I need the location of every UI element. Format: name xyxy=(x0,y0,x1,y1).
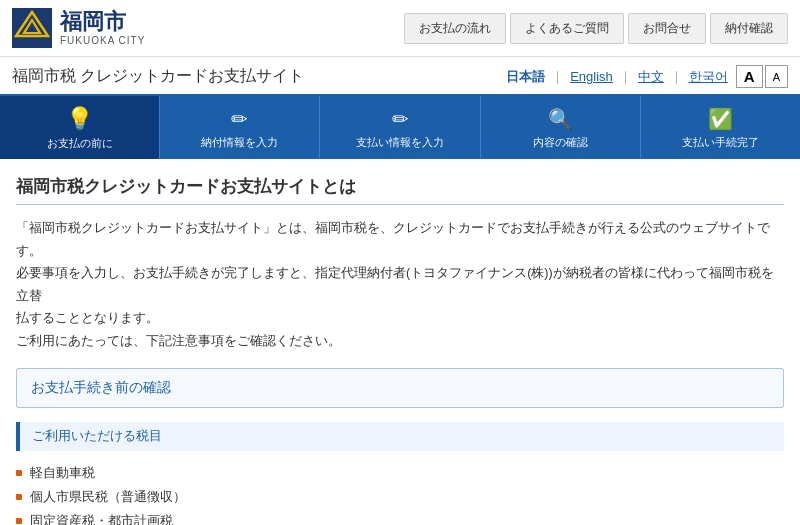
step-5-label: 支払い手続完了 xyxy=(682,135,759,150)
city-name-en: FUKUOKA CITY xyxy=(60,35,145,46)
header-nav: お支払の流れ よくあるご質問 お問合せ 納付確認 xyxy=(404,13,788,44)
desc-line-1: 「福岡市税クレジットカードお支払サイト」とは、福岡市税を、クレジットカードでお支… xyxy=(16,221,770,258)
logo: 福岡市 FUKUOKA CITY xyxy=(12,8,145,48)
step-1-icon: 💡 xyxy=(66,106,93,132)
main-content: 福岡市税クレジットカードお支払サイトとは 「福岡市税クレジットカードお支払サイト… xyxy=(0,159,800,525)
font-size-controls: A A xyxy=(736,65,788,88)
desc-line-3: 払することとなります。 xyxy=(16,311,159,325)
step-navigation: 💡 お支払の前に ✏ 納付情報を入力 ✏ 支払い情報を入力 🔍 内容の確認 ✅ … xyxy=(0,96,800,159)
lang-chinese[interactable]: 中文 xyxy=(638,68,664,86)
font-large-button[interactable]: A xyxy=(736,65,763,88)
logo-text-block: 福岡市 FUKUOKA CITY xyxy=(60,10,145,45)
site-title: 福岡市税 クレジットカードお支払サイト xyxy=(12,66,304,87)
step-1-before-payment[interactable]: 💡 お支払の前に xyxy=(0,96,160,159)
nav-faq[interactable]: よくあるご質問 xyxy=(510,13,624,44)
desc-line-4: ご利用にあたっては、下記注意事項をご確認ください。 xyxy=(16,334,341,348)
tax-item-resident: 個人市県民税（普通徴収） xyxy=(16,485,784,509)
step-4-icon: 🔍 xyxy=(548,107,573,131)
step-4-label: 内容の確認 xyxy=(533,135,588,150)
step-2-enter-payment-info[interactable]: ✏ 納付情報を入力 xyxy=(160,96,320,159)
font-small-button[interactable]: A xyxy=(765,65,788,88)
lang-korean[interactable]: 한국어 xyxy=(689,68,728,86)
tax-item-fixed-assets: 固定資産税・都市計画税 xyxy=(16,509,784,525)
header: 福岡市 FUKUOKA CITY お支払の流れ よくあるご質問 お問合せ 納付確… xyxy=(0,0,800,57)
step-3-enter-card-info[interactable]: ✏ 支払い情報を入力 xyxy=(320,96,480,159)
info-box-title: お支払手続き前の確認 xyxy=(31,379,769,397)
page-heading: 福岡市税クレジットカードお支払サイトとは xyxy=(16,175,784,205)
step-3-label: 支払い情報を入力 xyxy=(356,135,444,150)
step-2-label: 納付情報を入力 xyxy=(201,135,278,150)
nav-payment-flow[interactable]: お支払の流れ xyxy=(404,13,506,44)
step-5-icon: ✅ xyxy=(708,107,733,131)
step-2-icon: ✏ xyxy=(231,107,248,131)
tax-box-title: ご利用いただける税目 xyxy=(32,428,772,445)
step-4-confirm[interactable]: 🔍 内容の確認 xyxy=(481,96,641,159)
city-name: 福岡市 xyxy=(60,10,145,34)
language-switcher: 日本語 ｜ English ｜ 中文 ｜ 한국어 xyxy=(506,68,728,86)
nav-contact[interactable]: お問合せ xyxy=(628,13,706,44)
description: 「福岡市税クレジットカードお支払サイト」とは、福岡市税を、クレジットカードでお支… xyxy=(16,217,784,352)
desc-line-2: 必要事項を入力し、お支払手続きが完了しますと、指定代理納付者(トヨタファイナンス… xyxy=(16,266,774,303)
tax-item-list: 軽自動車税 個人市県民税（普通徴収） 固定資産税・都市計画税 固定資産税（償却資… xyxy=(16,461,784,525)
nav-confirm[interactable]: 納付確認 xyxy=(710,13,788,44)
tax-category-box: ご利用いただける税目 xyxy=(16,422,784,451)
pre-payment-check-box: お支払手続き前の確認 xyxy=(16,368,784,408)
step-3-icon: ✏ xyxy=(392,107,409,131)
step-5-complete[interactable]: ✅ 支払い手続完了 xyxy=(641,96,800,159)
fukuoka-logo-icon xyxy=(12,8,52,48)
lang-english[interactable]: English xyxy=(570,69,613,84)
lang-japanese[interactable]: 日本語 xyxy=(506,68,545,86)
title-bar: 福岡市税 クレジットカードお支払サイト 日本語 ｜ English ｜ 中文 ｜… xyxy=(0,57,800,96)
step-1-label: お支払の前に xyxy=(47,136,113,151)
tax-item-vehicle: 軽自動車税 xyxy=(16,461,784,485)
